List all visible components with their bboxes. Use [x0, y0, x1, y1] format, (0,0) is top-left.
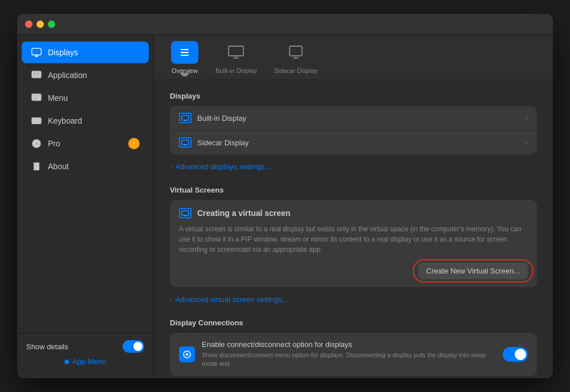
close-button[interactable]	[25, 21, 32, 28]
builtin-display-row[interactable]: Built-in Display ›	[170, 106, 537, 130]
svg-rect-14	[35, 119, 36, 120]
sidecar-display-row[interactable]: Sidecar Display ›	[170, 130, 537, 154]
tab-overview[interactable]: Overview	[171, 41, 198, 80]
overview-tab-icon-wrapper	[171, 41, 198, 64]
svg-rect-6	[37, 73, 40, 75]
displays-section-title: Displays	[170, 92, 537, 100]
connections-card: Enable connect/disconnect option for dis…	[170, 333, 537, 376]
virtual-screen-card: Creating a virtual screen A virtual scre…	[170, 200, 537, 287]
advanced-displays-label: Advanced displays settings...	[176, 162, 271, 171]
svg-rect-38	[182, 211, 189, 215]
display-connections-section: Display Connections Enable connect/disco…	[170, 318, 537, 376]
sidebar-item-about[interactable]: About	[22, 156, 149, 177]
virtual-screens-section: Virtual Screens Creating a virtual scree…	[170, 186, 537, 308]
sidebar-bottom: Show details App Menu	[17, 333, 153, 373]
virtual-card-actions: Create New Virtual Screen...	[179, 263, 528, 279]
show-details-row: Show details	[26, 340, 144, 353]
content-area: Overview Built-in Display	[154, 35, 553, 378]
display-connections-title: Display Connections	[170, 318, 537, 327]
scroll-content[interactable]: Displays Built-in Display ›	[154, 80, 553, 378]
create-btn-highlight: Create New Virtual Screen...	[418, 263, 528, 279]
svg-rect-16	[39, 119, 40, 120]
overview-tab-label: Overview	[172, 67, 198, 74]
displays-section: Displays Built-in Display ›	[170, 92, 537, 175]
svg-rect-4	[32, 71, 41, 78]
advanced-virtual-chevron-icon: ›	[170, 296, 172, 303]
svg-rect-15	[37, 119, 38, 120]
svg-rect-12	[32, 118, 41, 124]
sidebar-item-menu[interactable]: Menu	[22, 87, 149, 109]
sidecar-display-label: Sidecar Display	[197, 138, 519, 147]
sidecar-display-row-icon	[179, 137, 192, 148]
sidebar-item-label-about: About	[48, 162, 69, 171]
keyboard-icon	[31, 115, 42, 126]
titlebar	[17, 14, 553, 35]
overview-icon	[181, 49, 189, 56]
svg-rect-13	[34, 119, 35, 120]
menu-icon	[31, 92, 42, 104]
advanced-virtual-link[interactable]: › Advanced virtual screen settings...	[170, 291, 537, 308]
virtual-screen-icon	[179, 208, 192, 218]
advanced-virtual-label: Advanced virtual screen settings...	[176, 295, 288, 304]
svg-rect-7	[34, 76, 40, 76]
sidebar-item-application[interactable]: Application	[22, 64, 149, 86]
sidebar-item-label-pro: Pro	[48, 139, 60, 148]
create-virtual-screen-button[interactable]: Create New Virtual Screen...	[418, 263, 528, 279]
sidebar-item-keyboard[interactable]: Keyboard	[22, 110, 149, 132]
builtin-display-row-icon	[179, 113, 192, 123]
displays-card: Built-in Display › Sideca	[170, 106, 537, 154]
advanced-displays-chevron-icon: ›	[170, 164, 172, 170]
maximize-button[interactable]	[48, 21, 55, 28]
connect-toggle[interactable]	[503, 347, 528, 362]
sidebar-item-label-displays: Displays	[48, 48, 78, 57]
virtual-card-desc: A virtual screen is similar to a real di…	[179, 224, 528, 255]
svg-rect-28	[290, 46, 302, 56]
show-details-label: Show details	[26, 342, 68, 351]
application-icon	[31, 70, 42, 81]
show-details-toggle[interactable]	[123, 340, 144, 353]
virtual-card-title: Creating a virtual screen	[197, 209, 290, 218]
sidecar-display-icon	[288, 45, 303, 60]
svg-rect-32	[182, 116, 189, 120]
builtin-display-label: Built-in Display	[197, 114, 519, 122]
connect-text-block: Enable connect/disconnect option for dis…	[202, 340, 496, 369]
about-icon	[31, 161, 42, 172]
svg-rect-24	[229, 46, 243, 56]
svg-rect-19	[39, 121, 40, 122]
tab-sidecar[interactable]: Sidecar Display	[274, 41, 317, 80]
app-menu-row[interactable]: App Menu	[26, 357, 144, 366]
builtin-display-icon	[227, 45, 245, 60]
sidebar-item-label-keyboard: Keyboard	[48, 116, 82, 125]
virtual-screens-title: Virtual Screens	[170, 186, 537, 194]
sidebar-item-displays[interactable]: Displays	[22, 42, 149, 63]
sidebar-item-label-menu: Menu	[48, 93, 68, 103]
svg-rect-35	[182, 140, 189, 145]
pro-icon	[31, 138, 42, 149]
tabs-bar: Overview Built-in Display	[154, 35, 553, 80]
app-menu-dot	[64, 360, 69, 364]
svg-rect-17	[34, 121, 35, 122]
builtin-tab-label: Built-in Display	[215, 67, 257, 74]
svg-rect-5	[34, 73, 36, 75]
svg-rect-18	[35, 121, 38, 122]
svg-rect-0	[32, 48, 41, 55]
connect-desc: Show disconnect/connect menu option for …	[202, 351, 496, 369]
app-window: Displays Application	[17, 14, 553, 378]
app-menu-label: App Menu	[72, 357, 106, 366]
builtin-display-chevron: ›	[525, 113, 528, 122]
pro-badge: !	[128, 138, 140, 149]
sidebar-item-label-application: Application	[48, 71, 87, 80]
displays-icon	[31, 47, 42, 58]
tab-builtin[interactable]: Built-in Display	[215, 41, 257, 80]
minimize-button[interactable]	[36, 21, 44, 28]
traffic-lights	[25, 21, 55, 28]
sidecar-tab-label: Sidecar Display	[274, 67, 317, 74]
main-content: Displays Application	[17, 35, 553, 378]
sidebar: Displays Application	[17, 35, 154, 378]
connect-icon	[179, 346, 195, 362]
virtual-card-header: Creating a virtual screen	[179, 208, 528, 218]
connect-row: Enable connect/disconnect option for dis…	[179, 340, 528, 369]
advanced-displays-link[interactable]: › Advanced displays settings...	[170, 158, 537, 175]
builtin-tab-icon-wrapper	[222, 41, 250, 64]
sidebar-item-pro[interactable]: Pro !	[22, 133, 149, 154]
